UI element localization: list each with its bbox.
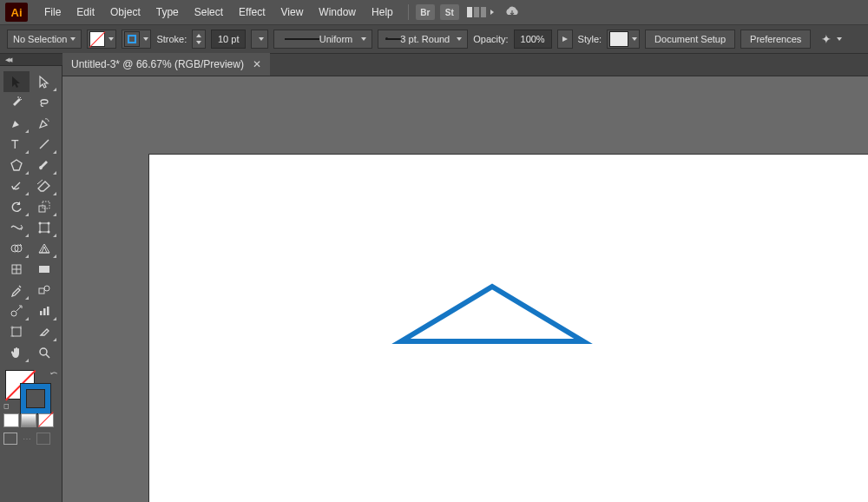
artboard[interactable] xyxy=(149,155,868,502)
color-mode-solid[interactable] xyxy=(3,413,19,427)
chevron-down-icon xyxy=(259,37,264,41)
gradient-tool[interactable] xyxy=(31,259,57,280)
fill-swatch[interactable] xyxy=(87,30,116,49)
document-tab-strip: Untitled-3* @ 66.67% (RGB/Preview) ✕ xyxy=(62,54,868,76)
opacity-input[interactable]: 100% xyxy=(514,30,552,49)
brush-preview: Uniform xyxy=(279,31,358,47)
arrange-documents-button[interactable] xyxy=(464,4,499,20)
shaper-tool[interactable] xyxy=(3,175,30,196)
direct-selection-tool[interactable] xyxy=(31,71,57,92)
menu-bar: Ai File Edit Object Type Select Effect V… xyxy=(0,0,868,24)
svg-rect-24 xyxy=(47,307,49,315)
paintbrush-tool[interactable] xyxy=(31,155,57,175)
eraser-tool[interactable] xyxy=(31,175,57,196)
preferences-button[interactable]: Preferences xyxy=(740,30,811,49)
variable-width-profile[interactable]: 3 pt. Round xyxy=(378,30,468,49)
chevron-down-icon xyxy=(70,37,76,41)
perspective-grid-tool[interactable] xyxy=(31,238,57,259)
style-label: Style: xyxy=(578,34,602,44)
selection-tool[interactable] xyxy=(3,71,30,92)
opacity-dropdown[interactable] xyxy=(557,30,573,49)
svg-rect-0 xyxy=(467,7,472,17)
shape-builder-tool[interactable] xyxy=(3,238,30,259)
control-bar: No Selection Stroke: 10 pt Uniform 3 pt.… xyxy=(0,24,868,54)
selection-indicator[interactable]: No Selection xyxy=(7,30,82,49)
svg-point-20 xyxy=(44,286,49,291)
graphic-style[interactable] xyxy=(607,30,640,49)
stroke-weight-input[interactable]: 10 pt xyxy=(211,30,246,49)
color-mode-none[interactable] xyxy=(38,413,54,427)
svg-rect-1 xyxy=(474,7,479,17)
chevron-down-icon xyxy=(457,37,462,41)
rectangle-tool[interactable] xyxy=(3,155,30,175)
zoom-tool[interactable] xyxy=(31,342,57,363)
svg-point-11 xyxy=(47,222,49,225)
tool-panel-collapse[interactable]: ◀◀ xyxy=(0,54,62,66)
svg-rect-23 xyxy=(43,308,46,315)
artboard-tool[interactable] xyxy=(3,321,30,342)
color-mode-gradient[interactable] xyxy=(21,413,36,427)
free-transform-tool[interactable] xyxy=(31,217,57,238)
menu-edit[interactable]: Edit xyxy=(69,0,102,24)
stepper-arrows-icon xyxy=(194,31,203,47)
menu-type[interactable]: Type xyxy=(148,0,187,24)
close-tab-icon[interactable]: ✕ xyxy=(253,58,261,70)
svg-line-4 xyxy=(40,140,49,149)
rotate-tool[interactable] xyxy=(3,196,30,217)
document-tab[interactable]: Untitled-3* @ 66.67% (RGB/Preview) ✕ xyxy=(62,53,270,76)
stroke-swatch[interactable] xyxy=(122,30,151,49)
menu-file[interactable]: File xyxy=(36,0,69,24)
svg-rect-9 xyxy=(40,223,49,232)
chevron-down-icon xyxy=(632,37,637,41)
draw-screen-mode-row: ⋯ xyxy=(3,433,58,445)
column-graph-tool[interactable] xyxy=(31,301,57,321)
stroke-color-icon xyxy=(124,31,140,47)
svg-rect-2 xyxy=(481,7,486,17)
align-flyout-icon[interactable]: ✦ xyxy=(821,32,832,46)
draw-normal[interactable] xyxy=(3,433,17,445)
stock-icon[interactable]: St xyxy=(440,4,459,20)
canvas-area[interactable] xyxy=(62,76,868,502)
pen-tool[interactable] xyxy=(3,113,30,134)
fill-stroke-indicator[interactable]: ⤺ ◻ xyxy=(3,368,57,410)
mesh-tool[interactable] xyxy=(3,259,30,280)
selection-label: No Selection xyxy=(13,34,67,44)
menu-window[interactable]: Window xyxy=(311,0,364,24)
blend-tool[interactable] xyxy=(31,280,57,301)
line-segment-tool[interactable] xyxy=(31,134,57,155)
svg-rect-25 xyxy=(12,327,21,336)
type-tool[interactable]: T xyxy=(3,134,30,155)
lasso-tool[interactable] xyxy=(31,92,57,113)
brush-definition[interactable]: Uniform xyxy=(273,30,372,49)
width-tool[interactable] xyxy=(3,217,30,238)
menu-select[interactable]: Select xyxy=(187,0,231,24)
curvature-tool[interactable] xyxy=(31,113,57,134)
color-mode-row xyxy=(3,413,58,427)
scale-tool[interactable] xyxy=(31,196,57,217)
svg-rect-17 xyxy=(39,266,49,273)
stroke-indicator[interactable] xyxy=(21,384,50,413)
draw-mode-more-icon[interactable]: ⋯ xyxy=(23,434,31,444)
triangle-shape[interactable] xyxy=(149,155,868,502)
style-swatch-icon xyxy=(609,31,628,47)
menu-view[interactable]: View xyxy=(273,0,312,24)
stroke-weight-dropdown[interactable] xyxy=(251,30,268,49)
chevron-down-icon[interactable] xyxy=(837,37,842,41)
eyedropper-tool[interactable] xyxy=(3,280,30,301)
magic-wand-tool[interactable] xyxy=(3,92,30,113)
screen-mode[interactable] xyxy=(36,433,50,445)
menu-object[interactable]: Object xyxy=(102,0,148,24)
default-fill-stroke-icon[interactable]: ◻ xyxy=(3,402,10,410)
chevron-down-icon xyxy=(108,37,114,41)
bridge-icon[interactable]: Br xyxy=(416,4,435,20)
menu-effect[interactable]: Effect xyxy=(231,0,273,24)
stroke-weight-stepper[interactable] xyxy=(192,30,206,49)
document-setup-button[interactable]: Document Setup xyxy=(645,30,735,49)
hand-tool[interactable] xyxy=(3,342,30,363)
menu-help[interactable]: Help xyxy=(364,0,401,24)
fill-none-icon xyxy=(89,31,105,47)
sync-settings-icon[interactable] xyxy=(503,4,522,20)
symbol-sprayer-tool[interactable] xyxy=(3,301,30,321)
slice-tool[interactable] xyxy=(31,321,57,342)
swap-fill-stroke-icon[interactable]: ⤺ xyxy=(50,368,57,378)
